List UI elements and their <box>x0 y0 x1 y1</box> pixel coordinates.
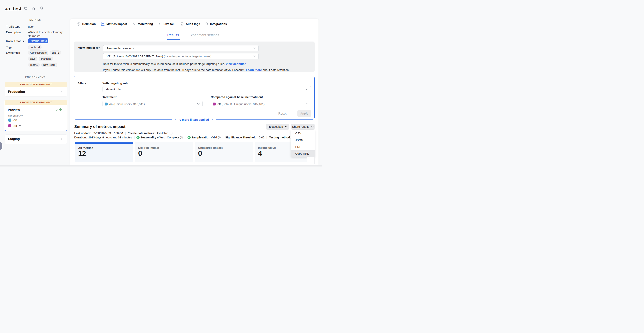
svg-text:?: ? <box>219 137 220 138</box>
svg-text:?: ? <box>181 137 182 138</box>
